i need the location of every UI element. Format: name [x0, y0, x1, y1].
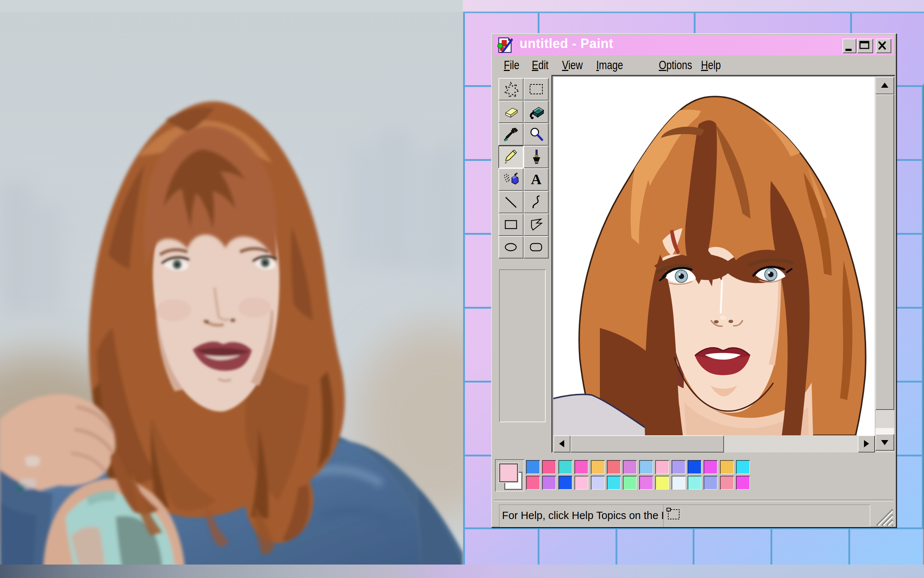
- svg-text:A: A: [531, 172, 542, 187]
